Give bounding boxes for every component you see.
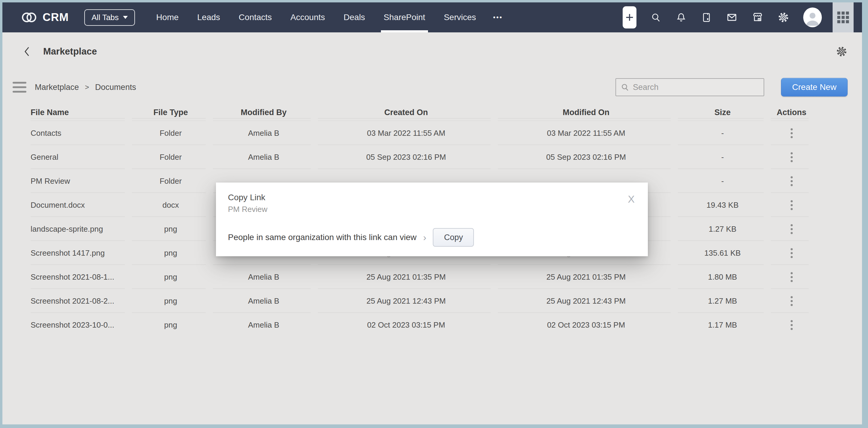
back-button[interactable] — [22, 46, 31, 57]
cell-size: 19.43 KB — [676, 193, 769, 217]
row-actions-kebab-icon[interactable] — [788, 174, 795, 189]
permission-dropdown[interactable]: People in same organization with this li… — [228, 233, 416, 242]
tab-home[interactable]: Home — [147, 2, 188, 32]
cell-file-name: Screenshot 2021-08-2... — [22, 289, 130, 313]
table-row[interactable]: General Folder Amelia B 05 Sep 2023 02:1… — [22, 145, 862, 169]
col-file-type: File Type — [130, 104, 211, 121]
top-navbar: CRM All Tabs Home Leads Contacts Account… — [2, 2, 862, 32]
caret-down-icon — [123, 16, 128, 19]
notifications-bell-icon[interactable] — [676, 12, 687, 23]
cell-size: - — [676, 121, 769, 145]
tab-sharepoint[interactable]: SharePoint — [374, 2, 435, 32]
page-title: Marketplace — [43, 46, 97, 57]
row-actions-kebab-icon[interactable] — [788, 222, 795, 236]
search-input-icon — [620, 83, 630, 92]
col-modified-by: Modified By — [211, 104, 316, 121]
cell-actions — [769, 169, 814, 193]
mail-icon[interactable] — [726, 11, 738, 23]
cell-actions — [769, 241, 814, 265]
row-actions-kebab-icon[interactable] — [788, 126, 795, 140]
all-tabs-dropdown[interactable]: All Tabs — [84, 9, 135, 26]
col-file-name: File Name — [22, 104, 130, 121]
calendar-icon[interactable] — [701, 12, 712, 23]
cell-modified-on: 03 Mar 2022 11:55 AM — [496, 121, 676, 145]
table-row[interactable]: Screenshot 2023-10-0... png Amelia B 02 … — [22, 313, 862, 337]
table-row[interactable]: Screenshot 2021-08-1... png Amelia B 25 … — [22, 265, 862, 289]
row-actions-kebab-icon[interactable] — [788, 246, 795, 260]
breadcrumb-marketplace[interactable]: Marketplace — [35, 83, 79, 92]
marketplace-store-icon[interactable] — [752, 11, 764, 23]
table-row[interactable]: Contacts Folder Amelia B 03 Mar 2022 11:… — [22, 121, 862, 145]
cell-modified-on: 02 Oct 2023 03:15 PM — [496, 313, 676, 337]
all-tabs-label: All Tabs — [91, 13, 119, 22]
table-row[interactable]: Screenshot 2021-08-2... png Amelia B 25 … — [22, 289, 862, 313]
cell-file-name: PM Review — [22, 169, 130, 193]
module-tabs: Home Leads Contacts Accounts Deals Share… — [147, 2, 510, 32]
cell-created-on: 25 Aug 2021 12:43 PM — [316, 289, 496, 313]
cell-file-name: Document.docx — [22, 193, 130, 217]
cell-size: 1.27 KB — [676, 217, 769, 241]
chevron-right-icon[interactable]: › — [423, 232, 427, 243]
brand: CRM — [21, 11, 69, 24]
cell-modified-by: Amelia B — [211, 289, 316, 313]
cell-file-type: png — [130, 313, 211, 337]
tab-leads[interactable]: Leads — [188, 2, 229, 32]
crm-logo-text: CRM — [42, 11, 69, 24]
cell-created-on: 02 Oct 2023 03:15 PM — [316, 313, 496, 337]
row-actions-kebab-icon[interactable] — [788, 150, 795, 165]
hamburger-menu-icon[interactable] — [12, 82, 26, 93]
cell-actions — [769, 145, 814, 169]
cell-file-name: Screenshot 2023-10-0... — [22, 313, 130, 337]
cell-modified-on: 05 Sep 2023 02:16 PM — [496, 145, 676, 169]
tab-services[interactable]: Services — [435, 2, 485, 32]
modal-subtitle: PM Review — [228, 205, 267, 214]
apps-grid-icon — [837, 11, 850, 24]
cell-file-name: Screenshot 1417.png — [22, 241, 130, 265]
breadcrumb: Marketplace > Documents — [35, 83, 136, 92]
apps-grid-button[interactable] — [833, 2, 854, 32]
page-settings-gear-icon[interactable] — [836, 45, 847, 58]
modal-close-icon[interactable]: X — [628, 193, 634, 205]
cell-created-on: 05 Sep 2023 02:16 PM — [316, 145, 496, 169]
cell-file-type: Folder — [130, 145, 211, 169]
more-tabs-button[interactable]: ••• — [485, 2, 510, 32]
cell-file-type: Folder — [130, 121, 211, 145]
tab-accounts[interactable]: Accounts — [281, 2, 334, 32]
search-box — [616, 78, 764, 96]
search-icon[interactable] — [650, 12, 662, 23]
cell-file-type: Folder — [130, 169, 211, 193]
cell-file-type: png — [130, 265, 211, 289]
tab-deals[interactable]: Deals — [334, 2, 375, 32]
cell-file-type: png — [130, 217, 211, 241]
cell-modified-on: 25 Aug 2021 01:35 PM — [496, 265, 676, 289]
cell-file-type: docx — [130, 193, 211, 217]
app-window: CRM All Tabs Home Leads Contacts Account… — [2, 2, 862, 424]
row-actions-kebab-icon[interactable] — [788, 270, 795, 285]
cell-file-name: General — [22, 145, 130, 169]
page-header: Marketplace — [2, 32, 862, 71]
cell-file-name: Contacts — [22, 121, 130, 145]
row-actions-kebab-icon[interactable] — [788, 318, 795, 332]
cell-modified-by: Amelia B — [211, 313, 316, 337]
user-avatar[interactable] — [803, 7, 822, 27]
cell-actions — [769, 313, 814, 337]
cell-modified-by: Amelia B — [211, 121, 316, 145]
col-created-on: Created On — [316, 104, 496, 121]
tab-contacts[interactable]: Contacts — [229, 2, 281, 32]
cell-actions — [769, 217, 814, 241]
breadcrumb-documents[interactable]: Documents — [95, 83, 136, 92]
cell-file-name: landscape-sprite.png — [22, 217, 130, 241]
cell-actions — [769, 289, 814, 313]
cell-actions — [769, 121, 814, 145]
cell-created-on: 03 Mar 2022 11:55 AM — [316, 121, 496, 145]
modal-title: Copy Link — [228, 193, 266, 202]
row-actions-kebab-icon[interactable] — [788, 198, 795, 212]
copy-button[interactable]: Copy — [433, 228, 474, 247]
search-input[interactable] — [633, 83, 760, 92]
breadcrumb-separator: > — [85, 83, 89, 91]
row-actions-kebab-icon[interactable] — [788, 294, 795, 308]
quick-add-button[interactable] — [623, 6, 637, 29]
back-chevron-icon — [22, 46, 31, 57]
create-new-button[interactable]: Create New — [781, 78, 847, 97]
settings-gear-icon[interactable] — [777, 11, 789, 23]
